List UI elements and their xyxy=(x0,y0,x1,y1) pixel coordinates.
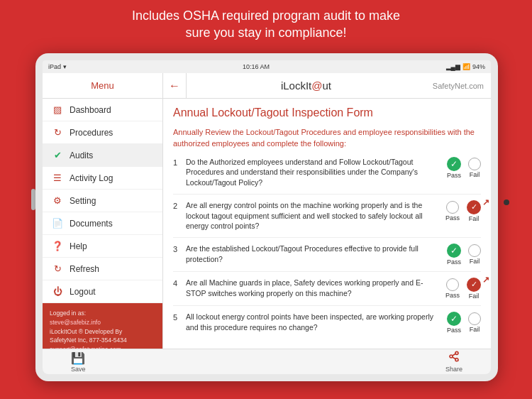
pass-label-2: Pass xyxy=(445,214,460,222)
back-nav[interactable]: ← xyxy=(163,73,187,98)
sidebar-item-logout[interactable]: ⏻ Logout xyxy=(43,280,162,303)
sidebar-item-setting[interactable]: ⚙ Setting xyxy=(43,190,162,212)
banner-line1: Includes OSHA required program audit to … xyxy=(132,9,400,23)
top-banner: Includes OSHA required program audit to … xyxy=(0,0,532,48)
pass-col-2[interactable]: Pass xyxy=(445,201,460,222)
question-row-3: 3 Are the established Lockout/Tagout Pro… xyxy=(173,244,481,272)
content-area: Annual Lockout/Tagout Inspection Form An… xyxy=(163,99,491,349)
bottom-toolbar: 💾 Save Share xyxy=(43,349,491,374)
fail-check-2[interactable]: ✓ xyxy=(467,200,481,214)
content-inner: Annual Lockout/Tagout Inspection Form An… xyxy=(163,99,491,349)
activity-log-icon: ☰ xyxy=(51,173,64,183)
q-pair-4: Pass ✓ Fail ↗ xyxy=(445,278,481,300)
question-row-2: 2 Are all energy control points on the m… xyxy=(173,200,481,238)
fail-radio-1[interactable] xyxy=(468,158,481,170)
pass-check-3[interactable]: ✓ xyxy=(447,244,461,258)
q-pair-3: ✓ Pass Fail xyxy=(447,244,481,266)
fail-col-4[interactable]: ✓ Fail ↗ xyxy=(467,278,481,300)
pass-label-3: Pass xyxy=(447,258,461,266)
form-intro: Annually Review the Lockout/Tagout Proce… xyxy=(173,126,481,150)
pass-col-5[interactable]: ✓ Pass xyxy=(447,312,461,334)
q-num-5: 5 xyxy=(173,313,182,322)
wifi-icon: 📶 xyxy=(462,63,470,70)
pass-check-5[interactable]: ✓ xyxy=(447,312,461,326)
share-label: Share xyxy=(445,366,462,373)
form-title: Annual Lockout/Tagout Inspection Form xyxy=(173,106,481,121)
svg-point-2 xyxy=(455,359,458,361)
svg-point-1 xyxy=(450,355,453,358)
fail-label-4: Fail xyxy=(469,293,480,300)
app-container: Menu ← iLockIt@ut SafetyNet.com ▨ Dashbo… xyxy=(43,73,491,374)
q-options-1: ✓ Pass Fail xyxy=(447,157,481,179)
documents-icon: 📄 xyxy=(51,218,64,229)
footer-company: iLockItOut ® Developed By xyxy=(50,327,155,337)
q-options-4: Pass ✓ Fail ↗ xyxy=(445,278,481,300)
header-site: SafetyNet.com xyxy=(426,73,491,98)
pass-radio-4[interactable] xyxy=(446,278,459,291)
sidebar-item-procedures[interactable]: ↻ Procedures xyxy=(43,121,162,144)
sidebar-footer: Logged in as: steve@safebiz.info iLockIt… xyxy=(43,303,162,349)
ipad-frame: iPad ▾ 10:16 AM ▂▄▆ 📶 94% Menu ← iLockIt… xyxy=(35,53,498,381)
pass-check-1[interactable]: ✓ xyxy=(447,157,461,171)
q-pair-1: ✓ Pass Fail xyxy=(447,157,481,179)
save-icon: 💾 xyxy=(71,351,85,365)
sidebar-item-activity-log[interactable]: ☰ Activity Log xyxy=(43,167,162,190)
status-ipad: iPad ▾ xyxy=(48,63,67,70)
arrow-2: ↗ xyxy=(482,197,489,207)
main-layout: ▨ Dashboard ↻ Procedures ✔ Audits ☰ Acti… xyxy=(43,99,491,349)
q-num-1: 1 xyxy=(173,158,182,167)
fail-col-5[interactable]: Fail xyxy=(468,312,481,333)
pass-col-3[interactable]: ✓ Pass xyxy=(447,244,461,266)
signal-icon: ▂▄▆ xyxy=(446,63,460,70)
fail-radio-3[interactable] xyxy=(468,244,481,257)
sidebar-item-help[interactable]: ❓ Help xyxy=(43,235,162,258)
pass-label-5: Pass xyxy=(447,327,461,334)
refresh-icon: ↻ xyxy=(51,263,64,274)
help-icon: ❓ xyxy=(51,241,64,251)
pass-radio-2[interactable] xyxy=(446,201,459,214)
status-bar: iPad ▾ 10:16 AM ▂▄▆ 📶 94% xyxy=(43,60,491,73)
q-text-1: Do the Authorized employees understand a… xyxy=(186,157,443,188)
fail-label-5: Fail xyxy=(470,326,480,333)
fail-col-1[interactable]: Fail xyxy=(468,158,481,178)
q-text-4: Are all Machine guards in place, Safety … xyxy=(186,278,441,298)
sidebar-label-setting: Setting xyxy=(70,196,96,206)
ipad-side-dot xyxy=(504,200,509,205)
app-header: Menu ← iLockIt@ut SafetyNet.com xyxy=(43,73,491,99)
fail-label-2: Fail xyxy=(469,215,480,222)
footer-company2: SafetyNet Inc, 877-354-5434 xyxy=(50,336,155,345)
sidebar-label-documents: Documents xyxy=(70,219,113,229)
q-num-2: 2 xyxy=(173,202,182,210)
back-arrow: ← xyxy=(169,80,180,92)
sidebar-label-dashboard: Dashboard xyxy=(70,105,111,115)
svg-line-4 xyxy=(453,354,456,356)
sidebar-item-refresh[interactable]: ↻ Refresh xyxy=(43,258,162,280)
share-icon xyxy=(448,351,460,365)
app-title: iLockIt@ut xyxy=(187,73,426,98)
sidebar-item-audits[interactable]: ✔ Audits xyxy=(43,144,162,167)
pass-col-1[interactable]: ✓ Pass xyxy=(447,157,461,179)
pass-col-4[interactable]: Pass xyxy=(445,278,460,299)
sidebar-item-documents[interactable]: 📄 Documents xyxy=(43,212,162,235)
fail-col-2[interactable]: ✓ Fail ↗ xyxy=(467,200,481,222)
sidebar-label-help: Help xyxy=(70,241,87,251)
q-pair-2: Pass ✓ Fail ↗ xyxy=(445,200,481,222)
save-button[interactable]: 💾 Save xyxy=(71,351,86,373)
status-right: ▂▄▆ 📶 94% xyxy=(446,63,485,70)
sidebar-label-refresh: Refresh xyxy=(70,264,99,274)
q-options-5: ✓ Pass Fail xyxy=(447,312,481,334)
pass-label-1: Pass xyxy=(447,172,461,179)
fail-check-4[interactable]: ✓ xyxy=(467,278,481,292)
fail-col-3[interactable]: Fail xyxy=(468,244,481,265)
share-button[interactable]: Share xyxy=(445,351,462,373)
sidebar-item-dashboard[interactable]: ▨ Dashboard xyxy=(43,99,162,121)
menu-label: Menu xyxy=(91,80,114,91)
sidebar-label-audits: Audits xyxy=(70,151,93,160)
fail-radio-5[interactable] xyxy=(468,312,481,325)
q-pair-5: ✓ Pass Fail xyxy=(447,312,481,334)
bar-chart-icon: ▨ xyxy=(51,104,64,115)
fail-label-1: Fail xyxy=(470,171,480,178)
menu-button[interactable]: Menu xyxy=(43,73,163,98)
status-left: iPad ▾ xyxy=(48,63,67,70)
sidebar-label-logout: Logout xyxy=(70,287,96,297)
